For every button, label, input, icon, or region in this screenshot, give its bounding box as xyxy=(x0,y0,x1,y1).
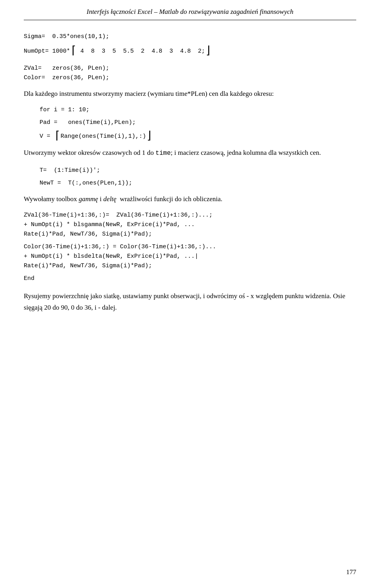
page-header: Interfejs łączności Excel – Matlab do ro… xyxy=(24,8,356,20)
code-sigma: Sigma= 0.35*ones(10,1); xyxy=(24,32,356,42)
code-t: T= (1:Time(i))'; xyxy=(40,166,356,175)
prose-dla: Dla każdego instrumentu stworzymy macier… xyxy=(24,88,356,100)
header-title: Interfejs łączności Excel – Matlab do ro… xyxy=(87,8,294,15)
prose-utworzymy: Utworzymy wektor okresów czasowych od 1 … xyxy=(24,147,356,159)
content-block: Sigma= 0.35*ones(10,1); NumOpt= 1000*⌈ 4… xyxy=(24,32,356,313)
code-end: End xyxy=(24,274,356,284)
code-pad: Pad = ones(Time(i),PLen); xyxy=(40,118,356,127)
page-container: Interfejs łączności Excel – Matlab do ro… xyxy=(0,0,380,588)
code-zval-color: ZVal= zeros(36, PLen); Color= zeros(36, … xyxy=(24,64,356,83)
code-newt: NewT = T(:,ones(PLen,1)); xyxy=(40,179,356,188)
code-color: Color(36-Time(i)+1:36,:) = Color(36-Time… xyxy=(24,242,356,271)
code-v: V = ⌈Range(ones(Time(i),1),:)⌋ xyxy=(40,131,356,142)
code-zval2: ZVal(36-Time(i)+1:36,:)= ZVal(36-Time(i)… xyxy=(24,211,356,239)
prose-rysujemy: Rysujemy powierzchnię jako siatkę, ustaw… xyxy=(24,291,356,314)
page-number: 177 xyxy=(346,568,357,576)
prose-wywolamy: Wywołamy toolbox gammę i deltę wrażliwoś… xyxy=(24,194,356,205)
code-numopt: NumOpt= 1000*⌈ 4 8 3 5 5.5 2 4.8 3 4.8 2… xyxy=(24,46,356,57)
code-for: for i = 1: 10; xyxy=(40,105,356,115)
